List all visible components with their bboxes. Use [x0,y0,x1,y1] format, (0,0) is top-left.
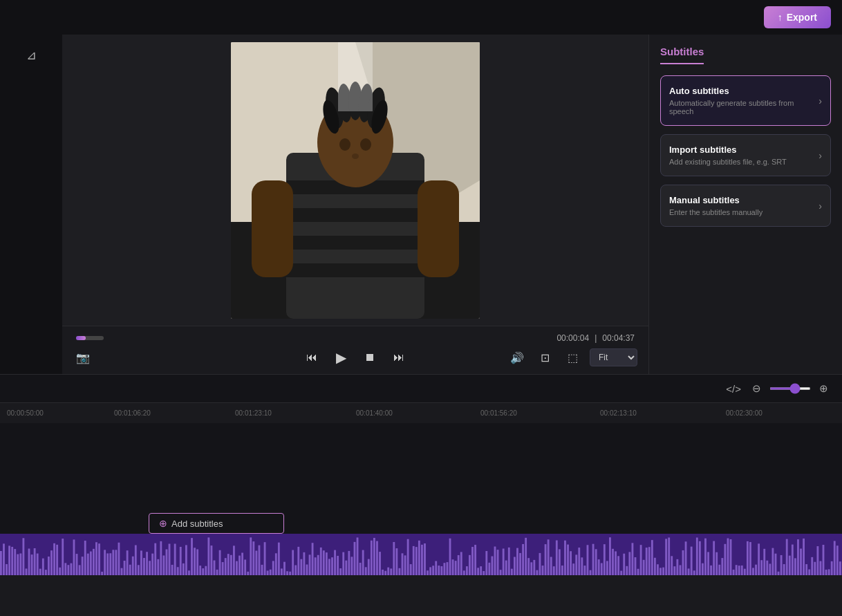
svg-rect-231 [581,557,583,575]
svg-rect-290 [747,541,749,575]
svg-rect-146 [342,552,344,575]
svg-rect-154 [365,567,367,575]
svg-rect-42 [50,550,53,575]
svg-rect-198 [488,563,490,575]
svg-rect-58 [95,542,97,575]
svg-rect-78 [151,554,153,575]
zoom-out-button[interactable]: ⊖ [749,380,764,398]
skip-forward-button[interactable]: ⏭ [389,348,409,367]
svg-rect-320 [831,561,833,575]
svg-rect-175 [424,543,426,575]
ratio-button[interactable]: ⬚ [563,348,582,367]
svg-rect-156 [371,541,373,575]
svg-rect-135 [312,543,314,575]
stop-button[interactable]: ⏹ [360,348,380,367]
add-subtitles-button[interactable]: ⊕ Add subtitles [149,513,284,534]
svg-rect-36 [34,548,36,575]
svg-rect-162 [387,568,389,575]
auto-subtitles-description: Automatically generate subtitles from sp… [669,99,818,115]
skip-back-icon: ⏮ [306,351,317,364]
svg-rect-152 [359,563,362,575]
progress-bar[interactable] [76,336,104,340]
svg-rect-174 [421,545,423,575]
volume-icon: 🔊 [510,351,524,364]
svg-rect-127 [289,572,291,575]
svg-rect-115 [255,551,257,575]
svg-rect-313 [811,557,813,575]
export-button[interactable]: ↑ Export [764,6,831,28]
code-view-button[interactable]: </> [723,380,744,398]
svg-rect-140 [326,552,328,575]
svg-rect-122 [275,553,277,575]
svg-rect-229 [575,554,577,575]
fit-select[interactable]: Fit 25% 50% 75% 100% [590,348,637,366]
svg-rect-21 [418,180,459,277]
svg-rect-316 [820,561,822,575]
svg-rect-201 [497,550,499,575]
svg-rect-126 [286,571,288,575]
zoom-slider[interactable] [769,387,811,390]
svg-rect-323 [839,561,841,575]
crop-button[interactable]: ⊡ [535,348,554,367]
ruler-tick-3: 00:01:23:10 [235,409,272,417]
svg-point-17 [339,138,350,151]
svg-rect-54 [84,541,86,575]
import-subtitles-chevron: › [818,150,822,161]
svg-rect-177 [429,567,431,575]
svg-rect-117 [261,565,263,575]
auto-subtitles-option[interactable]: Auto subtitles Automatically generate su… [660,75,831,126]
skip-back-button[interactable]: ⏮ [302,348,321,367]
svg-rect-150 [354,542,356,575]
svg-rect-202 [500,570,502,575]
svg-rect-87 [177,567,179,575]
svg-rect-103 [222,562,224,575]
svg-rect-173 [418,541,420,575]
screenshot-button[interactable]: 📷 [73,348,93,367]
svg-rect-211 [525,538,527,575]
svg-rect-64 [112,550,114,575]
add-subtitles-icon: ⊕ [159,518,167,529]
manual-subtitles-option[interactable]: Manual subtitles Enter the subtitles man… [660,185,831,227]
zoom-in-button[interactable]: ⊕ [816,380,831,398]
svg-rect-102 [219,550,221,575]
svg-rect-209 [519,553,521,575]
svg-rect-147 [345,561,347,575]
svg-rect-142 [331,557,333,575]
svg-rect-181 [440,566,442,575]
time-current-total: 00:00:04 | 00:04:37 [556,333,635,343]
svg-rect-160 [382,570,384,575]
svg-rect-183 [447,562,449,575]
svg-rect-31 [19,553,21,575]
svg-rect-170 [410,564,412,575]
svg-rect-301 [778,572,780,575]
svg-rect-261 [665,539,667,575]
zoom-slider-container [769,387,811,390]
svg-rect-20 [252,180,293,277]
svg-rect-237 [598,559,600,575]
play-button[interactable]: ▶ [331,348,350,367]
import-subtitles-option[interactable]: Import subtitles Add existing subtitles … [660,134,831,176]
progress-fill [76,336,86,340]
svg-rect-179 [435,561,437,575]
manual-subtitles-title: Manual subtitles [669,195,763,205]
svg-rect-309 [800,549,802,575]
svg-rect-110 [241,553,243,575]
svg-rect-206 [511,569,513,575]
svg-rect-232 [583,566,586,575]
svg-rect-166 [399,568,401,575]
export-label: Export [787,12,817,23]
zoom-in-icon: ⊕ [819,382,828,394]
svg-rect-95 [199,566,201,575]
svg-rect-223 [559,549,561,575]
auto-subtitles-title: Auto subtitles [669,86,818,96]
manual-subtitles-description: Enter the subtitles manually [669,208,763,216]
filter-button[interactable]: ⊿ [21,46,41,65]
volume-button[interactable]: 🔊 [507,348,527,367]
svg-rect-45 [59,568,61,575]
svg-rect-97 [205,566,207,575]
svg-rect-187 [458,555,460,575]
manual-subtitles-chevron: › [818,200,822,212]
svg-rect-217 [542,566,544,575]
svg-rect-52 [79,565,81,575]
svg-rect-236 [595,549,597,575]
